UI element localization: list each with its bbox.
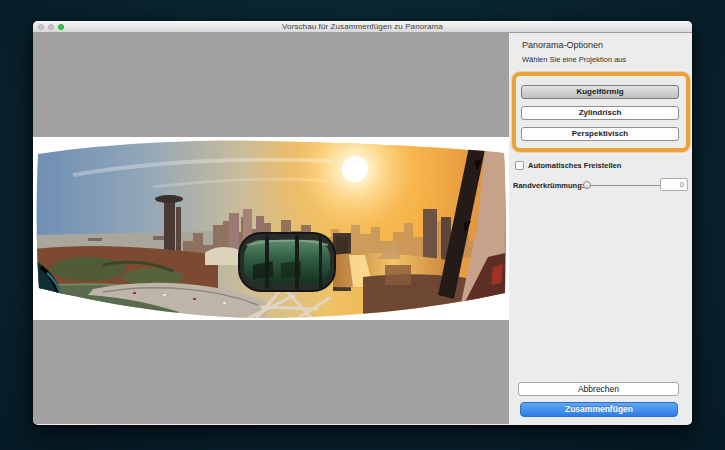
edge-warp-value-field[interactable]: 0 [660,178,688,191]
slider-thumb-icon[interactable] [583,181,591,189]
projection-button-cylindrical[interactable]: Zylindrisch [521,106,679,120]
panorama-options-panel: Panorama-Optionen Wählen Sie eine Projek… [509,33,692,424]
auto-crop-checkbox[interactable] [515,161,524,170]
merge-button[interactable]: Zusammenfügen [520,402,678,417]
panel-title: Panorama-Optionen [522,40,603,50]
auto-crop-label: Automatisches Freistellen [528,161,621,170]
edge-warp-row: Randverkrümmung: 0 [513,178,688,192]
panorama-band [33,137,509,320]
desktop-background: { "window": { "title": "Vorschau für Zus… [0,0,725,450]
edge-warp-label: Randverkrümmung: [513,181,584,190]
cancel-button[interactable]: Abbrechen [518,382,679,396]
titlebar[interactable]: Vorschau für Zusammenfügen zu Panorama [33,21,692,33]
auto-crop-row: Automatisches Freistellen [515,161,621,170]
panorama-preview-image [33,137,509,320]
panel-subtitle: Wählen Sie eine Projektion aus [522,55,626,64]
slider-track[interactable] [583,185,660,186]
edge-warp-slider[interactable] [583,178,660,192]
window-title: Vorschau für Zusammenfügen zu Panorama [33,22,692,32]
panorama-canvas [33,33,509,424]
panorama-preview-dialog: Vorschau für Zusammenfügen zu Panorama [33,21,692,425]
dialog-content: Panorama-Optionen Wählen Sie eine Projek… [33,33,692,424]
projection-button-perspective[interactable]: Perspektivisch [521,127,679,141]
projection-button-spherical[interactable]: Kugelförmig [521,85,679,99]
